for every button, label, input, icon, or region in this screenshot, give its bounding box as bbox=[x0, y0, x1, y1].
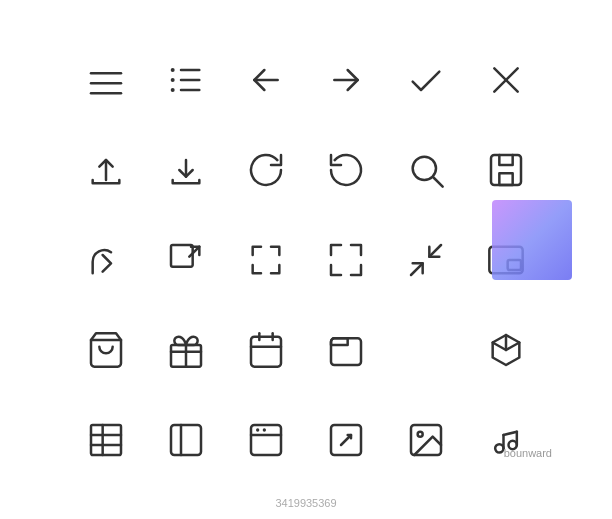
svg-point-46 bbox=[418, 431, 423, 436]
checkmark-icon bbox=[386, 35, 466, 125]
svg-rect-32 bbox=[331, 338, 361, 365]
upload-icon bbox=[66, 125, 146, 215]
svg-rect-33 bbox=[91, 425, 121, 455]
watermark-text: bounward bbox=[504, 447, 552, 459]
download-icon bbox=[146, 125, 226, 215]
stock-id: 3419935369 bbox=[275, 497, 336, 509]
shopping-bag-icon bbox=[66, 305, 146, 395]
svg-rect-18 bbox=[499, 173, 512, 185]
svg-rect-39 bbox=[251, 425, 281, 455]
gradient-overlay bbox=[492, 200, 572, 280]
expand-icon bbox=[306, 215, 386, 305]
arrow-left-icon bbox=[226, 35, 306, 125]
watermark: bounward bbox=[504, 447, 552, 459]
edit-icon bbox=[306, 395, 386, 485]
empty-cell-r4c5 bbox=[386, 305, 466, 395]
3d-box-icon bbox=[466, 305, 546, 395]
svg-rect-17 bbox=[491, 155, 521, 185]
sidebar-icon bbox=[146, 395, 226, 485]
browser-tab-icon bbox=[306, 305, 386, 395]
arrow-right-icon bbox=[306, 35, 386, 125]
music-icon bbox=[466, 395, 546, 485]
search-icon bbox=[386, 125, 466, 215]
refresh-ccw-icon bbox=[306, 125, 386, 215]
svg-rect-28 bbox=[251, 336, 281, 366]
svg-point-41 bbox=[256, 428, 259, 431]
gift-icon bbox=[146, 305, 226, 395]
refresh-cw-icon bbox=[226, 125, 306, 215]
svg-point-6 bbox=[171, 68, 175, 72]
svg-point-42 bbox=[263, 428, 266, 431]
svg-line-44 bbox=[341, 435, 351, 445]
svg-rect-37 bbox=[171, 425, 201, 455]
svg-point-7 bbox=[171, 78, 175, 82]
compress-icon bbox=[386, 215, 466, 305]
svg-line-20 bbox=[411, 263, 423, 275]
svg-line-16 bbox=[434, 177, 443, 186]
hamburger-menu-icon bbox=[66, 35, 146, 125]
svg-point-8 bbox=[171, 88, 175, 92]
close-icon bbox=[466, 35, 546, 125]
list-icon bbox=[146, 35, 226, 125]
window-icon bbox=[226, 395, 306, 485]
svg-line-21 bbox=[429, 245, 441, 257]
share-forward-icon bbox=[66, 215, 146, 305]
table-icon bbox=[66, 395, 146, 485]
image-icon bbox=[386, 395, 466, 485]
svg-point-15 bbox=[413, 156, 436, 179]
focus-icon bbox=[226, 215, 306, 305]
external-link-icon bbox=[146, 215, 226, 305]
calendar-icon bbox=[226, 305, 306, 395]
icon-grid bbox=[66, 35, 546, 485]
